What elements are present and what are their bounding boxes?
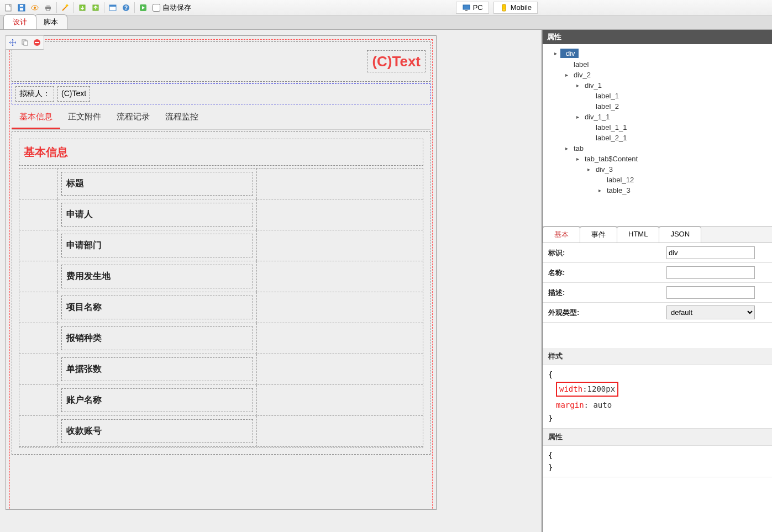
field-value-cell[interactable] bbox=[257, 230, 423, 261]
tree-twisty-icon[interactable] bbox=[585, 92, 592, 100]
tree-node[interactable]: ▸div_1 bbox=[545, 80, 770, 91]
table-row[interactable]: 申请部门 bbox=[19, 230, 423, 261]
new-icon[interactable] bbox=[2, 2, 14, 14]
prop-id-input[interactable] bbox=[666, 246, 755, 259]
tree-node[interactable]: ▸div_3 bbox=[545, 164, 770, 175]
tree-twisty-icon[interactable]: ▸ bbox=[574, 113, 581, 121]
tree-node[interactable]: ▸table_3 bbox=[545, 185, 770, 196]
row-handle[interactable] bbox=[19, 168, 58, 199]
table-row[interactable]: 收款账号 bbox=[19, 416, 423, 447]
copy-icon[interactable] bbox=[19, 37, 30, 48]
tab-script[interactable]: 脚本 bbox=[34, 14, 67, 29]
prop-desc-input[interactable] bbox=[666, 286, 755, 299]
tree-node[interactable]: ▸div_1_1 bbox=[545, 112, 770, 122]
row-handle[interactable] bbox=[19, 416, 58, 446]
print-icon[interactable] bbox=[42, 2, 54, 14]
row-handle[interactable] bbox=[19, 354, 58, 384]
table-row[interactable]: 账户名称 bbox=[19, 385, 423, 416]
form-tab-flowlog[interactable]: 流程记录 bbox=[109, 106, 157, 129]
design-canvas[interactable]: (C)Text 拟稿人： (C)Text 基本信息 正文附件 流程记录 流程监控… bbox=[6, 35, 437, 510]
ptab-event[interactable]: 事件 bbox=[580, 227, 617, 243]
tree-node[interactable]: ▸div bbox=[545, 48, 770, 59]
field-cell[interactable]: 申请人 bbox=[58, 199, 257, 230]
field-cell[interactable]: 标题 bbox=[58, 168, 257, 199]
tree-node[interactable]: label bbox=[545, 59, 770, 70]
row-handle[interactable] bbox=[19, 385, 58, 415]
tree-twisty-icon[interactable]: ▸ bbox=[563, 71, 570, 79]
field-label[interactable]: 项目名称 bbox=[61, 296, 253, 319]
tree-node[interactable]: label_2_1 bbox=[545, 133, 770, 143]
tree-node[interactable]: ▸tab bbox=[545, 143, 770, 154]
tree-node[interactable]: label_1 bbox=[545, 91, 770, 101]
title-label[interactable]: (C)Text bbox=[367, 50, 426, 72]
pc-button[interactable]: PC bbox=[456, 2, 489, 14]
section-title[interactable]: 基本信息 bbox=[19, 139, 423, 166]
move-icon[interactable] bbox=[7, 37, 18, 48]
tree-twisty-icon[interactable] bbox=[585, 134, 592, 142]
field-cell[interactable]: 项目名称 bbox=[58, 292, 257, 323]
run-icon[interactable] bbox=[137, 2, 149, 14]
field-label[interactable]: 申请人 bbox=[61, 203, 253, 227]
attr-editor[interactable]: { } bbox=[548, 449, 766, 474]
form-table[interactable]: 标题申请人申请部门费用发生地项目名称报销种类单据张数账户名称收款账号 bbox=[19, 168, 423, 447]
table-row[interactable]: 申请人 bbox=[19, 199, 423, 230]
field-value-cell[interactable] bbox=[257, 292, 423, 323]
style-editor[interactable]: { width:1200px margin: auto } bbox=[548, 368, 766, 425]
help-icon[interactable]: ? bbox=[120, 2, 132, 14]
row-handle[interactable] bbox=[19, 323, 58, 354]
tree-node[interactable]: label_1_1 bbox=[545, 122, 770, 133]
window-icon[interactable] bbox=[107, 2, 119, 14]
field-label[interactable]: 账户名称 bbox=[61, 388, 253, 412]
author-row[interactable]: 拟稿人： (C)Text bbox=[12, 83, 430, 104]
field-label[interactable]: 标题 bbox=[61, 172, 253, 196]
form-tab-basic[interactable]: 基本信息 bbox=[12, 106, 60, 129]
field-value-cell[interactable] bbox=[257, 199, 423, 230]
field-cell[interactable]: 单据张数 bbox=[58, 354, 257, 384]
form-tab-attach[interactable]: 正文附件 bbox=[60, 106, 109, 129]
field-value-cell[interactable] bbox=[257, 323, 423, 354]
tree-node[interactable]: label_2 bbox=[545, 101, 770, 112]
form-tab-flowmon[interactable]: 流程监控 bbox=[157, 106, 206, 129]
field-label[interactable]: 收款账号 bbox=[61, 419, 253, 443]
field-cell[interactable]: 费用发生地 bbox=[58, 261, 257, 292]
form-root-div[interactable]: (C)Text 拟稿人： (C)Text 基本信息 正文附件 流程记录 流程监控… bbox=[9, 39, 433, 510]
table-row[interactable]: 标题 bbox=[19, 168, 423, 199]
ptab-html[interactable]: HTML bbox=[617, 227, 659, 243]
field-value-cell[interactable] bbox=[257, 416, 423, 446]
row-handle[interactable] bbox=[19, 261, 58, 292]
author-label[interactable]: 拟稿人： bbox=[15, 86, 54, 102]
tree-twisty-icon[interactable] bbox=[585, 124, 592, 131]
field-value-cell[interactable] bbox=[257, 354, 423, 384]
field-cell[interactable]: 报销种类 bbox=[58, 323, 257, 354]
export-icon[interactable] bbox=[90, 2, 102, 14]
save-icon[interactable] bbox=[15, 2, 28, 14]
field-label[interactable]: 报销种类 bbox=[61, 326, 253, 350]
field-value-cell[interactable] bbox=[257, 261, 423, 292]
tree-twisty-icon[interactable]: ▸ bbox=[585, 166, 592, 173]
field-value-cell[interactable] bbox=[257, 168, 423, 199]
tree-twisty-icon[interactable] bbox=[596, 176, 603, 184]
prop-name-input[interactable] bbox=[666, 266, 755, 279]
ptab-basic[interactable]: 基本 bbox=[543, 227, 580, 243]
row-handle[interactable] bbox=[19, 230, 58, 261]
delete-icon[interactable] bbox=[31, 37, 43, 48]
preview-icon[interactable] bbox=[29, 2, 41, 14]
title-block[interactable]: (C)Text bbox=[12, 41, 430, 82]
import-icon[interactable] bbox=[76, 2, 88, 14]
autosave-input[interactable] bbox=[153, 4, 160, 12]
table-row[interactable]: 费用发生地 bbox=[19, 261, 423, 292]
tree-twisty-icon[interactable]: ▸ bbox=[552, 50, 559, 57]
tree-node[interactable]: label_12 bbox=[545, 175, 770, 185]
tree-twisty-icon[interactable]: ▸ bbox=[596, 187, 603, 194]
field-label[interactable]: 申请部门 bbox=[61, 234, 253, 257]
table-row[interactable]: 项目名称 bbox=[19, 292, 423, 323]
wand-icon[interactable] bbox=[59, 2, 71, 14]
ptab-json[interactable]: JSON bbox=[659, 227, 701, 243]
field-cell[interactable]: 申请部门 bbox=[58, 230, 257, 261]
tree-twisty-icon[interactable] bbox=[585, 103, 592, 110]
tree-twisty-icon[interactable]: ▸ bbox=[574, 82, 581, 89]
field-cell[interactable]: 账户名称 bbox=[58, 385, 257, 415]
tree-twisty-icon[interactable]: ▸ bbox=[574, 155, 581, 163]
prop-appearance-select[interactable]: default bbox=[666, 305, 755, 319]
field-value-cell[interactable] bbox=[257, 385, 423, 415]
